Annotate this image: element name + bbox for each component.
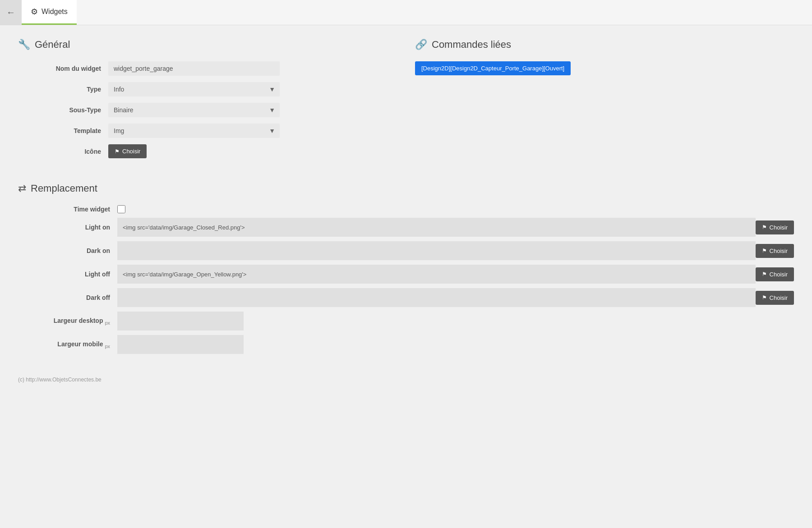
largeur-desktop-label: Largeur desktop px [18,317,117,326]
icone-choose-button[interactable]: ⚑ Choisir [108,144,147,158]
icone-choose-label: Choisir [122,148,140,155]
dark-on-label: Dark on [18,247,117,254]
light-off-flag-icon: ⚑ [762,271,767,277]
link-icon: 🔗 [415,39,427,51]
command-tag[interactable]: [Design2D][Design2D_Capteur_Porte_Garage… [415,61,571,75]
dark-on-input-wrapper: ⚑ Choisir [117,241,794,260]
dark-off-row: Dark off ⚑ Choisir [18,288,794,307]
type-select-wrapper: Info Action Scénario ▼ [108,82,280,96]
light-on-input-wrapper: ⚑ Choisir [117,218,794,237]
largeur-desktop-row: Largeur desktop px [18,312,794,331]
dark-off-label: Dark off [18,294,117,301]
light-off-choose-button[interactable]: ⚑ Choisir [756,267,794,281]
general-header: 🔧 Général [18,39,397,51]
light-off-input[interactable] [117,265,756,284]
light-on-label: Light on [18,224,117,231]
dark-on-choose-label: Choisir [770,248,788,254]
commands-title: Commandes liées [432,39,511,51]
nom-control [108,61,280,76]
template-select-wrapper: Img Default Custom ▼ [108,124,280,138]
dark-on-input[interactable] [117,241,756,260]
type-control: Info Action Scénario ▼ [108,82,280,96]
light-off-row: Light off ⚑ Choisir [18,265,794,284]
shuffle-icon: ⇄ [18,183,26,194]
replacement-header: ⇄ Remplacement [18,183,794,194]
dark-off-choose-button[interactable]: ⚑ Choisir [756,291,794,305]
icone-label: Icône [18,148,108,155]
replacement-section: ⇄ Remplacement Time widget Light on ⚑ Ch… [18,183,794,354]
replacement-title: Remplacement [31,183,97,194]
general-title: Général [35,39,70,51]
largeur-mobile-input-wrapper [117,335,794,354]
light-off-choose-label: Choisir [770,271,788,278]
dark-on-row: Dark on ⚑ Choisir [18,241,794,260]
dark-off-input[interactable] [117,288,756,307]
time-widget-label: Time widget [18,206,117,213]
light-on-input[interactable] [117,218,756,237]
type-label: Type [18,86,108,93]
largeur-mobile-row: Largeur mobile px [18,335,794,354]
sous-type-label: Sous-Type [18,106,108,114]
tab-bar: ← ⚙ Widgets [0,0,812,25]
dark-off-input-wrapper: ⚑ Choisir [117,288,794,307]
time-widget-checkbox[interactable] [117,205,125,213]
nom-input[interactable] [108,61,280,76]
largeur-mobile-unit: px [105,343,110,349]
type-select[interactable]: Info Action Scénario [108,82,280,96]
largeur-mobile-input[interactable] [117,335,244,354]
type-row: Type Info Action Scénario ▼ [18,82,397,96]
sous-type-control: Binaire Numérique Texte ▼ [108,103,280,117]
time-widget-checkbox-wrapper [117,205,125,213]
light-on-choose-label: Choisir [770,224,788,231]
nom-row: Nom du widget [18,61,397,76]
dark-on-flag-icon: ⚑ [762,248,767,254]
widgets-tab[interactable]: ⚙ Widgets [22,0,77,25]
time-widget-row: Time widget [18,205,794,213]
largeur-desktop-input-wrapper [117,312,794,331]
widgets-tab-icon: ⚙ [31,7,38,17]
dark-off-flag-icon: ⚑ [762,294,767,301]
general-section: 🔧 Général Nom du widget Type Info Action [18,39,397,165]
template-label: Template [18,127,108,134]
sous-type-select-wrapper: Binaire Numérique Texte ▼ [108,103,280,117]
template-row: Template Img Default Custom ▼ [18,124,397,138]
largeur-desktop-input[interactable] [117,312,244,331]
light-on-flag-icon: ⚑ [762,224,767,230]
commands-section: 🔗 Commandes liées [Design2D][Design2D_Ca… [415,39,794,165]
back-icon: ← [6,7,15,18]
commands-header: 🔗 Commandes liées [415,39,794,51]
light-off-label: Light off [18,271,117,278]
template-control: Img Default Custom ▼ [108,124,280,138]
dark-on-choose-button[interactable]: ⚑ Choisir [756,244,794,258]
wrench-icon: 🔧 [18,39,30,51]
footer-text: (c) http://www.ObjetsConnectes.be [18,376,102,383]
icone-control: ⚑ Choisir [108,144,280,158]
light-on-choose-button[interactable]: ⚑ Choisir [756,220,794,234]
nom-label: Nom du widget [18,65,108,72]
footer: (c) http://www.ObjetsConnectes.be [0,372,812,387]
widgets-tab-label: Widgets [42,8,68,16]
largeur-desktop-unit: px [105,320,110,325]
largeur-mobile-label: Largeur mobile px [18,340,117,349]
top-layout: 🔧 Général Nom du widget Type Info Action [18,39,794,165]
light-off-input-wrapper: ⚑ Choisir [117,265,794,284]
light-on-row: Light on ⚑ Choisir [18,218,794,237]
sous-type-select[interactable]: Binaire Numérique Texte [108,103,280,117]
icone-flag-icon: ⚑ [115,148,120,155]
sous-type-row: Sous-Type Binaire Numérique Texte ▼ [18,103,397,117]
back-button[interactable]: ← [0,0,22,25]
template-select[interactable]: Img Default Custom [108,124,280,138]
icone-row: Icône ⚑ Choisir [18,144,397,158]
dark-off-choose-label: Choisir [770,294,788,301]
main-content: 🔧 Général Nom du widget Type Info Action [0,25,812,372]
